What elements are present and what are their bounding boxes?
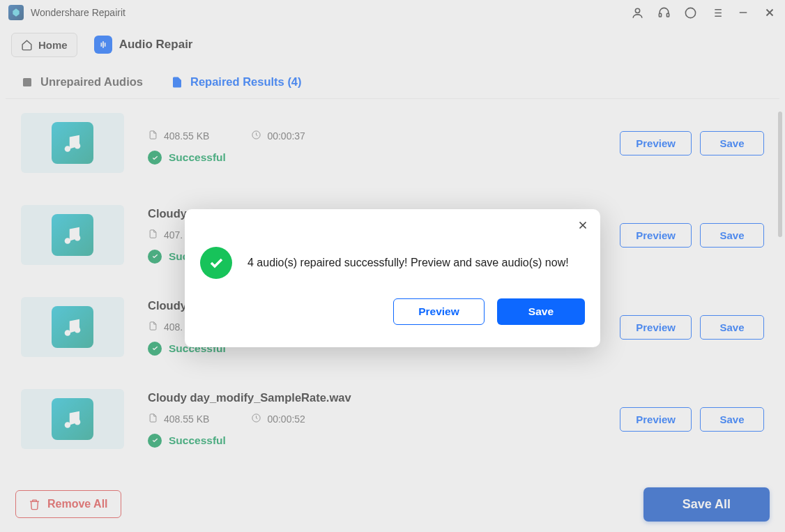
modal-overlay: 4 audio(s) repaired successfully! Previe… bbox=[0, 0, 785, 532]
success-check-icon bbox=[200, 247, 232, 279]
modal-save-button[interactable]: Save bbox=[497, 298, 585, 325]
modal-preview-button[interactable]: Preview bbox=[393, 298, 485, 325]
modal-close-icon[interactable] bbox=[577, 219, 589, 234]
success-modal: 4 audio(s) repaired successfully! Previe… bbox=[185, 209, 600, 347]
modal-message: 4 audio(s) repaired successfully! Previe… bbox=[247, 257, 569, 269]
